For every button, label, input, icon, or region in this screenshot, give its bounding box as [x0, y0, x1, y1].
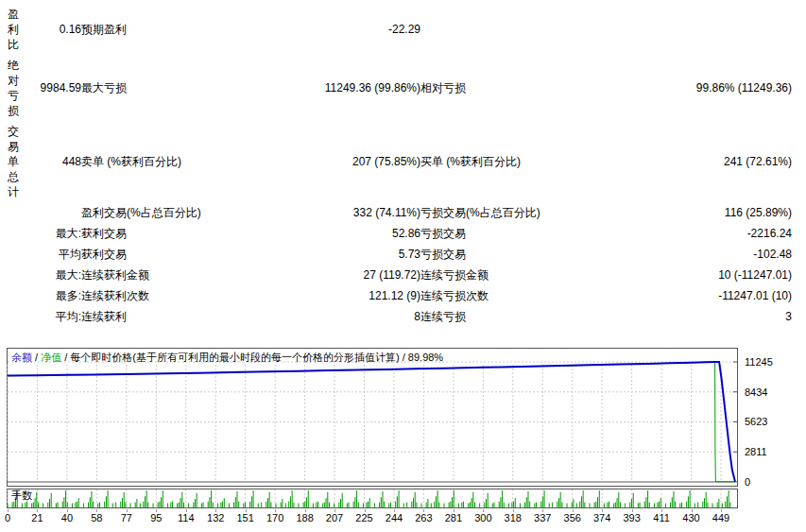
stat-group-label [8, 265, 23, 285]
modelling-quality-value: 89.98% [408, 352, 443, 363]
stat-label: 亏损交易(%占总百分比) [420, 202, 647, 223]
stat-value: 241 (72.61%) [647, 121, 792, 202]
stat-group-label [8, 306, 23, 327]
stat-group-label: 交易单总计 [8, 121, 23, 202]
stat-value: 8 [312, 306, 420, 327]
x-axis-label: 411 [653, 512, 670, 523]
stat-group-label [8, 223, 23, 244]
x-axis-label: 393 [623, 512, 640, 523]
table-row: 平均: 连续获利 8 连续亏损 3 [8, 306, 792, 327]
x-axis-label: 263 [415, 512, 432, 523]
stat-label: 卖单 (%获利百分比) [81, 121, 312, 202]
stat-prefix: 最大: [23, 265, 81, 285]
x-axis-label: 300 [474, 512, 491, 523]
stat-label: 连续获利金额 [81, 265, 312, 285]
lots-chart-label: 手数 [11, 489, 32, 503]
stat-label: 买单 (%获利百分比) [420, 121, 647, 202]
stat-group-label [8, 202, 23, 223]
chart-border [8, 489, 738, 508]
stat-prefix: 最多: [23, 285, 81, 306]
table-row: 盈利交易(%占总百分比) 332 (74.11%) 亏损交易(%占总百分比) 1… [8, 202, 792, 223]
legend-separator: / [400, 352, 408, 363]
stat-value: 0.16 [23, 4, 81, 55]
stat-label: 最大亏损 [81, 55, 312, 121]
legend-separator: / [32, 352, 41, 363]
balance-chart-svg [7, 348, 738, 487]
stat-value: 448 [23, 121, 81, 202]
x-axis-label: 207 [326, 512, 343, 523]
stat-value: 11249.36 (99.86%) [312, 55, 420, 121]
stat-value: 99.86% (11249.36) [647, 55, 792, 121]
stat-label: 连续获利次数 [81, 285, 312, 306]
x-axis-label: 244 [386, 512, 403, 523]
table-row: 交易单总计 448 卖单 (%获利百分比) 207 (75.85%) 买单 (%… [8, 121, 792, 202]
stat-value [647, 4, 792, 55]
stat-prefix: 平均 [23, 244, 81, 265]
stat-label: 盈利交易(%占总百分比) [81, 202, 312, 223]
stat-value [23, 202, 81, 223]
x-axis-label: 430 [682, 512, 699, 523]
stat-prefix: 最大: [23, 223, 81, 244]
table-row: 绝对亏损 9984.59 最大亏损 11249.36 (99.86%) 相对亏损… [8, 55, 792, 121]
table-row: 盈利比 0.16 预期盈利 -22.29 [8, 4, 792, 55]
lots-chart-svg [7, 489, 738, 508]
x-axis-label: 21 [31, 512, 43, 523]
strategy-tester-report: 盈利比 0.16 预期盈利 -22.29 绝对亏损 9984.59 最大亏损 1… [0, 0, 806, 532]
stat-value: 10 (-11247.01) [647, 265, 792, 285]
stat-group-label [8, 244, 23, 265]
x-axis-label: 151 [236, 512, 253, 523]
stat-value: 121.12 (9) [312, 285, 420, 306]
x-axis-label: 318 [505, 512, 522, 523]
stat-value: 27 (119.72) [312, 265, 420, 285]
balance-equity-chart [7, 348, 738, 487]
x-axis-label: 58 [91, 512, 102, 523]
legend-separator: / [61, 352, 70, 363]
y-axis-label: 8434 [745, 386, 767, 398]
table-row: 最大: 连续获利金额 27 (119.72) 连续亏损金额 10 (-11247… [8, 265, 792, 285]
stat-value: 332 (74.11%) [312, 202, 420, 223]
stat-label [420, 4, 647, 55]
stat-group-label [8, 285, 23, 306]
lots-bar-chart [7, 489, 738, 508]
stat-value: -11247.01 (10) [647, 285, 792, 306]
x-axis-label: 281 [445, 512, 462, 523]
stat-label: 亏损交易 [420, 223, 647, 244]
stat-value: 3 [647, 306, 792, 327]
x-axis-label: 114 [178, 512, 195, 523]
stat-label: 亏损交易 [420, 244, 647, 265]
x-axis-label: 95 [150, 512, 162, 523]
stat-group-label: 盈利比 [8, 4, 23, 55]
x-axis-label: 0 [5, 512, 10, 523]
x-axis-label: 170 [266, 512, 283, 523]
stat-value: 207 (75.85%) [312, 121, 420, 202]
report-stats-table: 盈利比 0.16 预期盈利 -22.29 绝对亏损 9984.59 最大亏损 1… [8, 4, 792, 327]
y-axis-labels: 028115623843411245 [742, 348, 804, 487]
chart-legend: 余额 / 净值 / 每个即时价格(基于所有可利用的最小时段的每一个价格的分形插值… [11, 351, 443, 365]
report-stats-body: 盈利比 0.16 预期盈利 -22.29 绝对亏损 9984.59 最大亏损 1… [8, 4, 792, 327]
table-row: 最大: 获利交易 52.86 亏损交易 -2216.24 [8, 223, 792, 244]
x-axis-label: 188 [296, 512, 313, 523]
modelling-method-label: 每个即时价格(基于所有可利用的最小时段的每一个价格的分形插值计算) [70, 352, 399, 363]
equity-legend-label: 净值 [41, 352, 61, 363]
x-axis-label: 40 [61, 512, 73, 523]
stat-group-label: 绝对亏损 [8, 55, 23, 121]
balance-legend-label: 余额 [11, 352, 32, 363]
x-axis-label: 132 [207, 512, 224, 523]
x-axis-label: 356 [564, 512, 581, 523]
stat-label: 获利交易 [81, 244, 312, 265]
table-row: 最多: 连续获利次数 121.12 (9) 连续亏损次数 -11247.01 (… [8, 285, 792, 306]
x-axis-label: 225 [355, 512, 372, 523]
stat-value: -22.29 [312, 4, 420, 55]
stat-label: 连续获利 [81, 306, 312, 327]
stat-value: 116 (25.89%) [647, 202, 792, 223]
stat-label: 预期盈利 [81, 4, 312, 55]
stat-label: 连续亏损次数 [420, 285, 647, 306]
x-axis-label: 374 [593, 512, 610, 523]
stat-label: 相对亏损 [420, 55, 647, 121]
stat-value: 5.73 [312, 244, 420, 265]
stat-value: 52.86 [312, 223, 420, 244]
y-axis-label: 5623 [745, 416, 767, 427]
stat-label: 连续亏损 [420, 306, 647, 327]
stat-value: 9984.59 [23, 55, 81, 121]
stat-label: 获利交易 [81, 223, 312, 244]
